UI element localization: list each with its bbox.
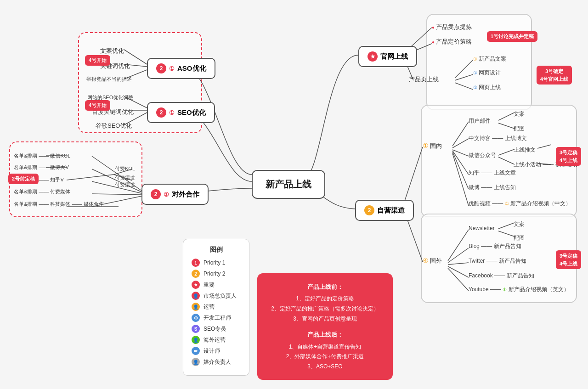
node-official-site-label: 官网上线 [380, 52, 408, 61]
legend-label-overseas: 海外运营 [204, 336, 226, 344]
node-user-email: 用户邮件 [469, 117, 491, 125]
badge-red-seo: 2 [156, 107, 166, 118]
node-outreach-label: 对外合作 [172, 190, 199, 199]
legend-icon-ops: 👤 [192, 303, 200, 311]
info-box: 产品上线前： 1、定好产品的定价策略 2、定好产品的推广策略（需多次讨论决定） … [257, 273, 393, 380]
node-wechat-push: 上线推文 [514, 146, 536, 154]
badge-orange-2: 2 [364, 205, 374, 215]
legend-label-seo: SEO专员 [204, 325, 226, 333]
node-paid-channel: 付费渠道 [115, 175, 135, 181]
legend-item-p1: 1 Priority 1 [192, 259, 241, 267]
node-web-online: ① 网页上线 [473, 84, 501, 91]
node-web-design: ① 网页设计 [473, 69, 501, 77]
node-domestic: ①国内 [423, 141, 442, 151]
legend-item-seo: S SEO专员 [192, 325, 241, 333]
node-rank-tech-media: 名单&排期 —— 科技媒体 —— 媒体合作 [14, 200, 104, 209]
tag-no1-done: 1号讨论完成并定稿 [487, 31, 537, 42]
node-newsletter: Newsletter [469, 225, 495, 231]
node-aso: 2 ① ASO优化 [147, 58, 215, 79]
node-rank-paid-media: 名单&排期 —— 付费媒体 [14, 187, 70, 196]
legend-icon-dev: ⚙ [192, 314, 200, 322]
legend-icon-important: ★ [192, 281, 200, 289]
badge-red-aso: 2 [156, 63, 166, 73]
node-seo-label: SEO优化 [177, 108, 206, 117]
node-rank-weibo-v: 名单&排期 —— 微博大V [14, 163, 69, 172]
node-product-page: 产品页上线 [409, 74, 439, 85]
legend-icon-overseas: 👤 [192, 336, 200, 344]
node-self-channel-label: 自营渠道 [377, 206, 405, 215]
legend-item-designer: ✏ 设计师 [192, 347, 241, 355]
node-google-seo: 谷歌SEO优化 [96, 121, 132, 131]
node-paid-kol: 付费KOL [115, 165, 135, 172]
legend-icon-p1: 1 [192, 259, 200, 267]
tag-no3-4-site: 3号确定4号官网上线 [537, 66, 572, 85]
legend-label-dev: 开发工程师 [204, 314, 231, 322]
node-twitter: Twitter —— 新产品告知 [469, 257, 526, 265]
tag-no4-start-mid: 4号开始 [85, 100, 110, 111]
legend-icon-p2: 2 [192, 270, 200, 278]
node-seo: 2 ① SEO优化 [147, 102, 215, 123]
node-copy-opt: 文案优化 [100, 46, 124, 56]
tag-no2-draft: 2号前定稿 [8, 174, 39, 184]
legend-icon-seo: S [192, 325, 200, 333]
node-self-channel: 2 自营渠道 [355, 200, 414, 221]
node-report-opt: 举报竞品不当的描述 [86, 75, 132, 84]
legend-title: 图例 [192, 246, 241, 254]
badge-red-out: 2 [151, 189, 161, 199]
legend-item-important: ★ 重要 [192, 281, 241, 289]
legend-label-p2: Priority 2 [204, 271, 225, 277]
node-email-img: 配图 [514, 125, 525, 133]
node-official-site: ★ 官网上线 [358, 46, 417, 67]
tag-no4-start-top: 4号开始 [85, 55, 110, 66]
node-weibo: 微博 —— 上线告知 [469, 184, 516, 192]
legend-item-dev: ⚙ 开发工程师 [192, 314, 241, 322]
legend-label-designer: 设计师 [204, 347, 220, 355]
legend-label-market: 市场总负责人 [204, 292, 237, 300]
node-blog: Blog —— 新产品告知 [469, 242, 521, 250]
info-pre-content: 1、定好产品的定价策略 2、定好产品的推广策略（需多次讨论决定） 3、官网的产品… [268, 294, 382, 324]
node-newsletter-copy: 文案 [514, 220, 525, 228]
node-overseas: ④国外 [423, 256, 442, 266]
tag-no3-4-domestic: 3号定稿4号上线 [556, 147, 581, 166]
legend-item-p2: 2 Priority 2 [192, 270, 241, 278]
legend-icon-designer: ✏ [192, 347, 200, 355]
node-pricing: ●产品定价策略 [432, 37, 472, 47]
mind-map: 1号讨论完成并定稿 3号确定4号官网上线 4号开始 4号开始 2号前定稿 3号定… [0, 0, 588, 389]
legend-label-p1: Priority 1 [204, 259, 225, 266]
node-zhihu: 知乎 —— 上线文章 [469, 169, 516, 177]
info-pre-title: 产品上线前： [268, 282, 382, 292]
legend-box: 图例 1 Priority 1 2 Priority 2 ★ 重要 👤 市场总负… [183, 239, 249, 376]
node-youtube: Youtube —— ① 新产品介绍视频（英文） [469, 286, 569, 293]
node-cn-blog: 中文博客 —— 上线博文 [469, 135, 527, 142]
info-post-content: 1、自媒体+自营渠道宣传告知 2、外部媒体合作+付费推广渠道 3、ASO+SEO [268, 342, 382, 372]
legend-label-media: 媒介负责人 [204, 358, 231, 366]
node-email-copy: 文案 [514, 110, 525, 118]
node-rank-wechat-kol: 名单&排期 —— 微信KOL [14, 152, 70, 160]
center-node: 新产品上线 [252, 170, 325, 199]
node-youku: 优酷视频 —— ① 新产品介绍视频（中文） [469, 200, 571, 208]
node-outreach: 2 ① 对外合作 [141, 184, 209, 205]
badge-star: ★ [368, 51, 378, 62]
legend-item-media: 👤 媒介负责人 [192, 358, 241, 366]
node-new-copy: ① 新产品文案 [473, 55, 506, 63]
svg-line-6 [404, 147, 423, 202]
legend-icon-media: 👤 [192, 358, 200, 366]
node-newsletter-img: 配图 [514, 234, 525, 242]
legend-icon-market: 👤 [192, 292, 200, 300]
node-aso-label: ASO优化 [177, 64, 206, 73]
node-facebook: Facebook —— 新产品告知 [469, 272, 534, 280]
tag-no3-4-overseas: 3号定稿4号上线 [556, 250, 581, 269]
info-post-title: 产品上线后： [268, 329, 382, 340]
legend-item-market: 👤 市场总负责人 [192, 292, 241, 300]
legend-label-ops: 运营 [204, 303, 215, 311]
legend-label-important: 重要 [204, 281, 215, 289]
node-product-selling: ●产品卖点提炼 [432, 22, 472, 32]
legend-item-overseas: 👤 海外运营 [192, 336, 241, 344]
legend-item-ops: 👤 运营 [192, 303, 241, 311]
node-wechat-public: 微信公众号 [469, 152, 496, 159]
node-paid-channel2: 付费渠道 [115, 181, 135, 188]
